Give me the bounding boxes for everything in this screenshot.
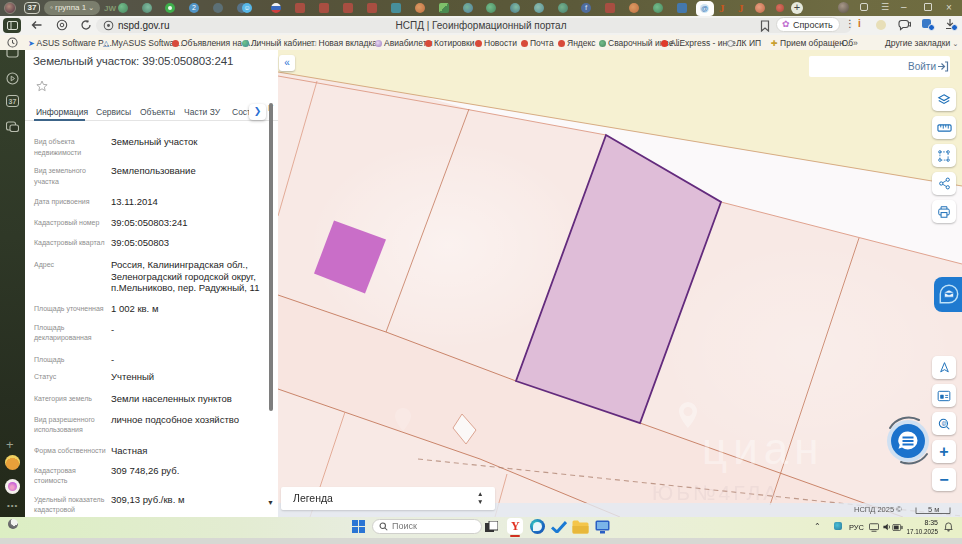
svg-text:5 м: 5 м (928, 505, 939, 514)
svg-text:@: @ (941, 420, 946, 426)
svg-text:ЮЬ№4ГЛА: ЮЬ№4ГЛА (652, 481, 780, 504)
svg-text:циан: циан (702, 424, 825, 473)
